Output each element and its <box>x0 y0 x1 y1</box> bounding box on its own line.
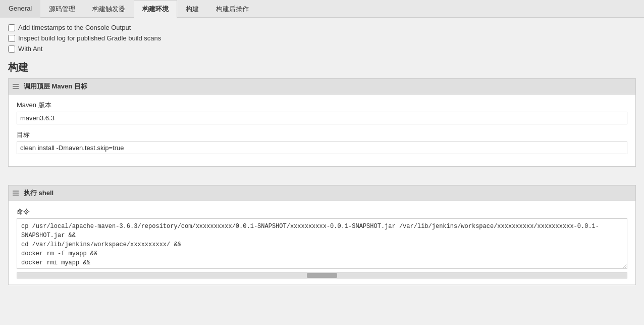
tab-triggers[interactable]: 构建触发器 <box>84 0 134 18</box>
checkbox-section: Add timestamps to the Console Output Ins… <box>8 24 636 53</box>
maven-block-header: 调用顶层 Maven 目标 <box>9 79 635 95</box>
checkbox-label-timestamps: Add timestamps to the Console Output <box>18 24 131 31</box>
checkbox-ant[interactable] <box>8 45 15 53</box>
checkbox-row-ant: With Ant <box>8 45 636 53</box>
tab-source[interactable]: 源码管理 <box>40 0 84 18</box>
checkbox-row-timestamps: Add timestamps to the Console Output <box>8 24 636 31</box>
shell-block-body: 命令 <box>9 201 635 285</box>
checkbox-label-ant: With Ant <box>18 45 42 53</box>
target-input[interactable] <box>17 142 627 154</box>
shell-block: 执行 shell 命令 <box>8 185 636 285</box>
shell-block-header: 执行 shell <box>9 185 635 201</box>
command-label: 命令 <box>17 207 627 216</box>
command-textarea[interactable] <box>17 218 627 269</box>
shell-drag-handle[interactable] <box>13 191 19 196</box>
maven-drag-handle[interactable] <box>13 84 19 89</box>
tab-build[interactable]: 构建 <box>177 0 207 18</box>
main-content: Add timestamps to the Console Output Ins… <box>0 18 644 299</box>
target-label: 目标 <box>17 130 627 140</box>
checkbox-gradle[interactable] <box>8 35 15 42</box>
shell-block-title: 执行 shell <box>24 189 53 198</box>
tab-env[interactable]: 构建环境 <box>134 0 177 18</box>
maven-block-title: 调用顶层 Maven 目标 <box>24 82 87 91</box>
checkbox-label-gradle: Inspect build log for published Gradle b… <box>18 34 161 42</box>
maven-version-input[interactable] <box>17 112 627 124</box>
build-section-heading: 构建 <box>8 61 636 74</box>
tab-post[interactable]: 构建后操作 <box>207 0 257 18</box>
tab-bar: General 源码管理 构建触发器 构建环境 构建 构建后操作 <box>0 0 644 18</box>
maven-version-label: Maven 版本 <box>17 101 627 110</box>
scrollbar-thumb <box>307 273 337 278</box>
maven-block: 调用顶层 Maven 目标 Maven 版本 目标 <box>8 78 636 167</box>
checkbox-timestamps[interactable] <box>8 24 15 31</box>
maven-block-body: Maven 版本 目标 <box>9 95 635 166</box>
scrollbar[interactable] <box>17 272 627 278</box>
tab-general[interactable]: General <box>0 0 40 18</box>
checkbox-row-gradle: Inspect build log for published Gradle b… <box>8 34 636 42</box>
